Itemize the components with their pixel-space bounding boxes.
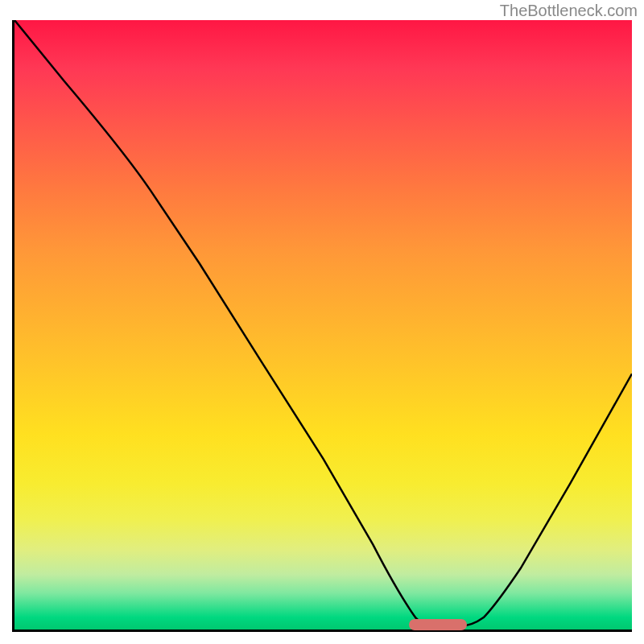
watermark-text: TheBottleneck.com (500, 2, 638, 20)
bottleneck-curve-svg (14, 20, 632, 630)
chart-plot-area (12, 20, 632, 632)
optimum-range-marker (409, 619, 467, 630)
bottleneck-curve-path (14, 20, 632, 626)
